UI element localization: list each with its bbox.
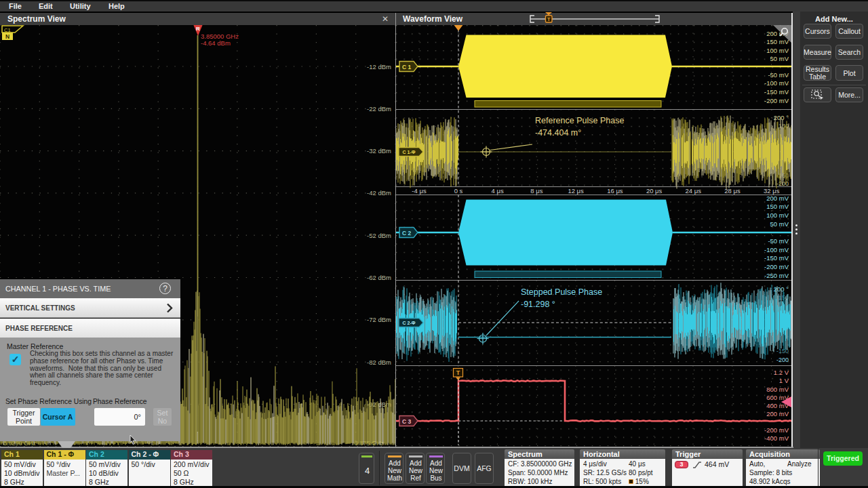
svg-text:-52 dBm: -52 dBm bbox=[367, 232, 391, 239]
svg-text:8 μs: 8 μs bbox=[530, 187, 542, 195]
svg-text:C 1: C 1 bbox=[402, 64, 412, 70]
svg-text:4 μs: 4 μs bbox=[492, 187, 504, 195]
svg-text:-400 mV: -400 mV bbox=[764, 434, 789, 442]
svg-text:150 mV: 150 mV bbox=[766, 203, 789, 210]
svg-text:1.2 V: 1.2 V bbox=[774, 369, 789, 376]
svg-text:-42 dBm: -42 dBm bbox=[367, 189, 391, 197]
svg-text:-32 dBm: -32 dBm bbox=[367, 147, 391, 155]
svg-text:Reference Pulse Phase: Reference Pulse Phase bbox=[535, 116, 624, 125]
svg-text:20 μs: 20 μs bbox=[646, 187, 663, 195]
svg-text:-12 dBm: -12 dBm bbox=[367, 63, 391, 70]
svg-text:T: T bbox=[547, 16, 551, 22]
svg-text:800 mV: 800 mV bbox=[766, 386, 789, 393]
svg-text:-22 dBm: -22 dBm bbox=[367, 105, 391, 113]
svg-text:12 μs: 12 μs bbox=[568, 187, 584, 195]
svg-text:C 3: C 3 bbox=[402, 418, 412, 425]
svg-text:-150 mV: -150 mV bbox=[764, 254, 789, 262]
svg-text:-150: -150 bbox=[776, 348, 789, 354]
svg-text:-250 mV: -250 mV bbox=[764, 272, 789, 279]
svg-text:0 s: 0 s bbox=[454, 187, 463, 195]
svg-text:-50 mV: -50 mV bbox=[768, 237, 789, 245]
svg-text:-200: -200 bbox=[776, 357, 789, 363]
svg-text:-200 mV: -200 mV bbox=[764, 263, 789, 270]
svg-text:100 mV: 100 mV bbox=[766, 47, 789, 54]
svg-text:-72 dBm: -72 dBm bbox=[367, 316, 391, 323]
svg-text:-4.64 dBm: -4.64 dBm bbox=[201, 39, 231, 47]
svg-text:200 mV: 200 mV bbox=[766, 410, 789, 418]
svg-text:-62 dBm: -62 dBm bbox=[367, 274, 391, 281]
svg-text:-200 mV: -200 mV bbox=[764, 426, 789, 434]
svg-text:C 2: C 2 bbox=[402, 230, 412, 237]
svg-text:R: R bbox=[196, 26, 200, 32]
svg-text:150 mV: 150 mV bbox=[766, 38, 789, 45]
svg-text:50 mV: 50 mV bbox=[770, 55, 789, 62]
svg-text:-100 mV: -100 mV bbox=[764, 246, 789, 253]
svg-text:200 °: 200 ° bbox=[774, 114, 789, 121]
svg-text:C1: C1 bbox=[4, 27, 11, 33]
svg-text:-100 mV: -100 mV bbox=[764, 79, 789, 87]
svg-text:T: T bbox=[456, 369, 460, 376]
svg-text:C 2-Φ: C 2-Φ bbox=[403, 321, 416, 325]
svg-text:50 mV: 50 mV bbox=[770, 220, 789, 228]
svg-text:-91.298 °: -91.298 ° bbox=[521, 300, 555, 309]
svg-text:-82 dBm: -82 dBm bbox=[367, 359, 391, 366]
svg-text:-4 μs: -4 μs bbox=[412, 187, 427, 195]
svg-text:100 mV: 100 mV bbox=[766, 211, 789, 219]
svg-text:-150 mV: -150 mV bbox=[764, 88, 789, 96]
svg-text:16 μs: 16 μs bbox=[607, 187, 623, 195]
svg-text:C 1-Φ: C 1-Φ bbox=[403, 150, 416, 155]
svg-text:28 μs: 28 μs bbox=[724, 187, 741, 195]
svg-text:N: N bbox=[5, 33, 9, 40]
svg-text:-200 mV: -200 mV bbox=[764, 97, 789, 104]
svg-text:-50 mV: -50 mV bbox=[768, 71, 789, 79]
svg-text:-474.404 m°: -474.404 m° bbox=[535, 128, 581, 138]
svg-text:200 mV: 200 mV bbox=[766, 195, 789, 202]
svg-text:24 μs: 24 μs bbox=[686, 187, 702, 195]
svg-text:Stepped Pulse Phase: Stepped Pulse Phase bbox=[521, 287, 602, 297]
svg-text:32 μs: 32 μs bbox=[764, 187, 780, 195]
svg-text:1 V: 1 V bbox=[779, 377, 789, 384]
